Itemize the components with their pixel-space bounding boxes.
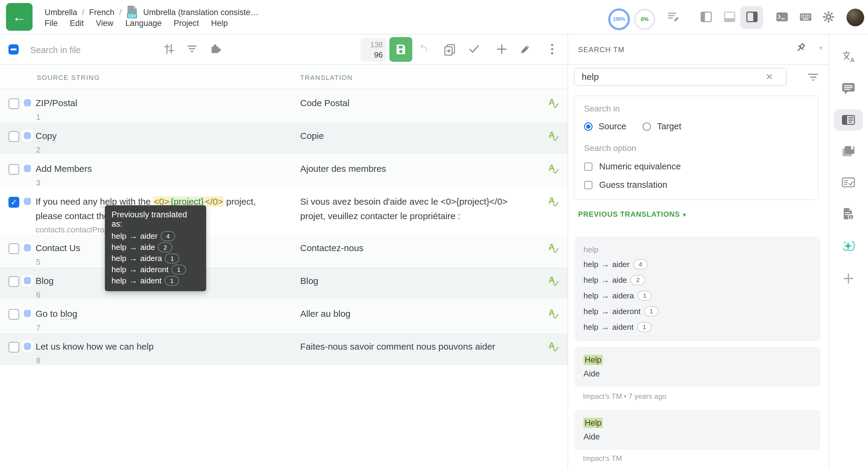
plugins-puzzle-icon[interactable]: [209, 43, 222, 55]
menu-view[interactable]: View: [96, 19, 113, 28]
checkbox: [584, 181, 592, 189]
approved-progress-ring[interactable]: 0%: [634, 8, 655, 30]
spellcheck-icon[interactable]: A: [549, 97, 562, 111]
strip-divider: [829, 35, 829, 469]
copy-source-icon[interactable]: [443, 43, 456, 56]
breadcrumb-file-name[interactable]: Umbrella (translation consiste…: [143, 8, 258, 17]
file-info-icon[interactable]: [841, 207, 855, 221]
row-checkbox[interactable]: [8, 98, 19, 109]
spellcheck-icon[interactable]: A: [549, 163, 562, 177]
string-status-wrap: [22, 196, 33, 207]
string-key: contacts.contactProje: [36, 225, 111, 234]
previous-translations-toggle[interactable]: PREVIOUS TRANSLATIONS▾: [578, 210, 686, 219]
breadcrumb-language[interactable]: French: [89, 8, 115, 17]
string-row-2[interactable]: Copy 2 Copie A: [0, 122, 568, 155]
row-checkbox[interactable]: [8, 309, 19, 320]
filter-strings-icon[interactable]: [186, 43, 198, 55]
gear-icon[interactable]: [822, 10, 835, 23]
back-button[interactable]: ←: [6, 3, 33, 31]
select-all-checkbox[interactable]: [8, 44, 19, 55]
user-avatar[interactable]: [846, 8, 864, 27]
layout-right-panel-icon[interactable]: [745, 10, 759, 23]
menu-project[interactable]: Project: [174, 19, 199, 28]
tm-result-card[interactable]: Help Aide: [575, 410, 820, 450]
more-options-icon[interactable]: [546, 42, 558, 56]
translation-editor-app: ← Umbrella / French / CSV Umbrella (tran…: [0, 0, 868, 469]
row-checkbox[interactable]: [8, 342, 19, 353]
previous-translation-item[interactable]: help→aident1: [584, 319, 811, 335]
option-numeric-equivalence[interactable]: Numeric equivalence: [584, 162, 808, 171]
arrow-icon: →: [129, 230, 137, 242]
row-checkbox[interactable]: [8, 164, 19, 175]
search-in-file-input[interactable]: [30, 41, 145, 59]
spellcheck-icon[interactable]: A: [549, 308, 562, 322]
tm-result-card[interactable]: Help Aide: [575, 347, 820, 387]
layout-bottom-panel-icon[interactable]: [723, 10, 737, 23]
translation-text: Aller au blog: [300, 307, 532, 321]
filter-settings-icon[interactable]: [163, 43, 176, 55]
row-checkbox-checked[interactable]: ✓: [8, 197, 19, 208]
row-checkbox[interactable]: [8, 131, 19, 142]
panel-collapse-caret-icon[interactable]: ▾: [819, 44, 822, 52]
comments-icon[interactable]: [841, 82, 856, 95]
row-checkbox[interactable]: [8, 276, 19, 287]
spellcheck-icon[interactable]: A: [549, 341, 562, 354]
previous-translation-item[interactable]: help→aider4: [584, 256, 811, 272]
spellcheck-icon[interactable]: A: [549, 275, 562, 289]
qa-checks-icon[interactable]: [841, 176, 856, 188]
save-button[interactable]: [390, 37, 412, 62]
radio-target[interactable]: Target: [643, 122, 681, 131]
translation-text: Contactez-nous: [300, 241, 532, 255]
keyboard-icon[interactable]: [799, 10, 812, 23]
tm-panel-title: SEARCH TM: [578, 45, 624, 54]
previous-translation-item[interactable]: help→aideront1: [584, 304, 811, 319]
glossary-icon[interactable]: [841, 145, 856, 158]
proofread-notes-icon[interactable]: [667, 10, 680, 23]
pin-panel-icon[interactable]: [795, 42, 807, 55]
string-row-6[interactable]: Blog 6 Blog A: [0, 267, 568, 300]
tm-filter-icon[interactable]: [807, 71, 820, 84]
clear-search-icon[interactable]: ✕: [766, 71, 773, 82]
string-row-5[interactable]: Contact Us 5 Contactez-nous A: [0, 234, 568, 267]
string-counts-badge[interactable]: 138 96: [361, 38, 386, 61]
string-row-3[interactable]: Add Members 3 Ajouter des membres A: [0, 155, 568, 188]
html-tag-close: </0>: [204, 196, 224, 207]
add-panel-icon[interactable]: [842, 272, 855, 285]
string-row-7[interactable]: Go to blog 7 Aller au blog A: [0, 300, 568, 333]
previous-translation-item[interactable]: help→aidera1: [584, 288, 811, 304]
string-status-wrap: [22, 163, 33, 174]
previous-translations-card[interactable]: help help→aider4 help→aide2 help→aidera1…: [575, 237, 820, 341]
translated-progress-ring[interactable]: 100%: [608, 8, 630, 30]
arrow-icon: →: [129, 253, 137, 264]
menu-language[interactable]: Language: [125, 19, 161, 28]
radio-dot-selected: [584, 122, 592, 131]
option-guess-translation[interactable]: Guess translation: [584, 180, 808, 190]
menu-help[interactable]: Help: [211, 19, 228, 28]
string-row-1[interactable]: ZIP/Postal 1 Code Postal A: [0, 89, 568, 122]
menu-file[interactable]: File: [44, 19, 58, 28]
translation-text: Copie: [300, 129, 532, 143]
string-row-8[interactable]: Let us know how we can help 8 Faites-nou…: [0, 333, 568, 366]
add-string-icon[interactable]: [495, 43, 508, 55]
translate-icon[interactable]: A: [841, 50, 856, 64]
radio-source[interactable]: Source: [584, 122, 626, 131]
menu-edit[interactable]: Edit: [70, 19, 84, 28]
menu-bar: File Edit View Language Project Help: [44, 19, 228, 28]
tm-term: blog: [60, 309, 78, 319]
spellcheck-icon[interactable]: A: [549, 196, 562, 210]
tm-search-input[interactable]: [574, 68, 786, 86]
terminal-icon[interactable]: [775, 10, 789, 23]
tm-panel-icon[interactable]: [841, 114, 856, 126]
count-badge: 2: [158, 242, 173, 252]
layout-left-panel-icon[interactable]: [699, 10, 713, 23]
spellcheck-icon[interactable]: A: [549, 242, 562, 256]
undo-icon[interactable]: [417, 43, 430, 55]
row-checkbox[interactable]: [8, 243, 19, 254]
ai-assistant-icon[interactable]: [841, 239, 856, 253]
string-row-4-selected[interactable]: ✓ If you need any help with the <0>{proj…: [0, 188, 568, 234]
edit-string-icon[interactable]: [519, 43, 532, 55]
spellcheck-icon[interactable]: A: [549, 130, 562, 144]
approve-check-icon[interactable]: [468, 43, 480, 55]
previous-translation-item[interactable]: help→aide2: [584, 272, 811, 288]
breadcrumb-project[interactable]: Umbrella: [44, 8, 77, 17]
